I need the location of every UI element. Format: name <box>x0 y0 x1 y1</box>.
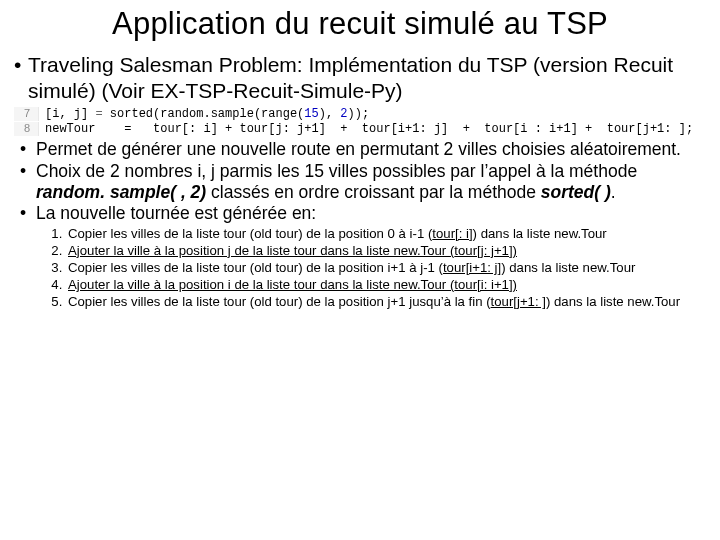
code-line-1: 7 [i, j] = sorted(random.sample(range(15… <box>14 107 704 122</box>
steps-list: Copier les villes de la liste tour (old … <box>14 226 706 310</box>
tok: sample <box>211 107 254 121</box>
code-block: 7 [i, j] = sorted(random.sample(range(15… <box>14 107 706 137</box>
body-bullet-2: Choix de 2 nombres i, j parmis les 15 vi… <box>36 161 702 202</box>
text: Ajouter la ville à la position j de la l… <box>68 243 454 258</box>
text-u: tour[i+1: j] <box>443 260 501 275</box>
text-em: random. sample( , 2) <box>36 182 206 202</box>
step-5: Copier les villes de la liste tour (old … <box>66 294 698 310</box>
text: ) <box>513 243 517 258</box>
text: Copier les villes de la liste tour (old … <box>68 294 491 309</box>
text-u: tour[: i] <box>432 226 472 241</box>
code-text: [i, j] = sorted(random.sample(range(15),… <box>45 107 369 122</box>
text: ) dans la liste new.Tour <box>473 226 607 241</box>
slide-title: Application du recuit simulé au TSP <box>14 6 706 42</box>
text: . <box>611 182 616 202</box>
step-1: Copier les villes de la liste tour (old … <box>66 226 698 242</box>
text: tour[j: j+1] <box>454 243 512 258</box>
text: classés en ordre croissant par la méthod… <box>206 182 541 202</box>
tok: 2 <box>340 107 347 121</box>
tok: = <box>88 107 110 121</box>
code-line-2: 8 newTour = tour[: i] + tour[j: j+1] + t… <box>14 122 704 137</box>
body-bullet-1: Permet de générer une nouvelle route en … <box>36 139 702 160</box>
code-text: newTour = tour[: i] + tour[j: j+1] + tou… <box>45 122 693 137</box>
tok: ( <box>254 107 261 121</box>
tok: ), <box>319 107 341 121</box>
tok: sorted <box>110 107 153 121</box>
text: Copier les villes de la liste tour (old … <box>68 260 443 275</box>
text: ) dans la liste new.Tour <box>546 294 680 309</box>
line-number: 7 <box>14 107 39 121</box>
text: tour[i: i+1] <box>454 277 512 292</box>
body-bullet-3: La nouvelle tournée est générée en: <box>36 203 702 224</box>
text: Ajouter la ville à la position i de la l… <box>68 277 454 292</box>
line-number: 8 <box>14 122 39 136</box>
tok: 15 <box>304 107 318 121</box>
text: Copier les villes de la liste tour (old … <box>68 226 432 241</box>
text: ) dans la liste new.Tour <box>501 260 635 275</box>
text: Choix de 2 nombres i, j parmis les 15 vi… <box>36 161 637 181</box>
text-em: sorted( ) <box>541 182 611 202</box>
step-3: Copier les villes de la liste tour (old … <box>66 260 698 276</box>
text-u: tour[j+1: ] <box>491 294 546 309</box>
tok: [i, j] <box>45 107 88 121</box>
tok: newTour <box>45 122 95 136</box>
text: ) <box>513 277 517 292</box>
intro-bullet: Traveling Salesman Problem: Implémentati… <box>28 52 704 103</box>
tok: )); <box>348 107 370 121</box>
step-4: Ajouter la ville à la position i de la l… <box>66 277 698 293</box>
tok: (random. <box>153 107 211 121</box>
tok: range <box>261 107 297 121</box>
tok: = tour[: i] + tour[j: j+1] + tour[i+1: j… <box>95 122 693 136</box>
intro-list: Traveling Salesman Problem: Implémentati… <box>14 52 706 103</box>
step-2: Ajouter la ville à la position j de la l… <box>66 243 698 259</box>
slide: Application du recuit simulé au TSP Trav… <box>0 0 720 540</box>
body-list: Permet de générer une nouvelle route en … <box>14 139 706 224</box>
